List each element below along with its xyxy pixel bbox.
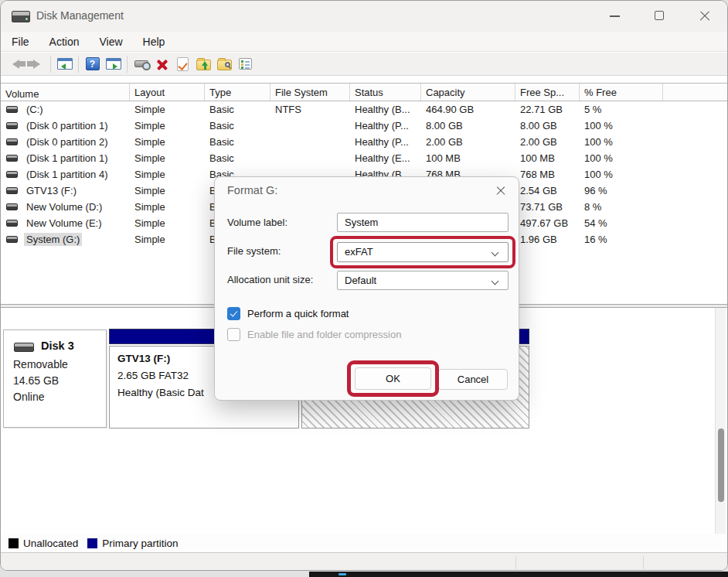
col-status[interactable]: Status [350, 84, 421, 101]
volume-icon [6, 155, 18, 162]
table-row[interactable]: (Disk 0 partition 1) Simple Basic Health… [1, 118, 728, 134]
volume-icon [6, 220, 18, 227]
menu-help[interactable]: Help [143, 36, 165, 48]
allocation-label: Allocation unit size: [227, 274, 313, 285]
screen: Disk Management File Action View Help ? [0, 0, 728, 577]
menu-file[interactable]: File [12, 36, 29, 48]
forward-icon[interactable] [26, 54, 47, 74]
compression-label: Enable file and folder compression [247, 329, 401, 340]
legend: Unallocated Primary partition [1, 534, 728, 552]
show-action-pane-icon[interactable] [103, 54, 124, 74]
show-console-tree-icon[interactable] [54, 54, 75, 74]
disk-kind: Removable [13, 358, 68, 370]
partition-size: 2.65 GB FAT32 [117, 370, 189, 381]
table-row[interactable]: (Disk 0 partition 2) Simple Basic Health… [1, 134, 728, 150]
partition-status: Healthy (Basic Dat [117, 387, 204, 398]
dialog-close-button[interactable] [491, 182, 511, 200]
volume-icon [6, 138, 18, 145]
taskbar-icon [338, 573, 346, 575]
disk-name: Disk 3 [41, 340, 74, 352]
file-system-label: File system: [227, 245, 281, 257]
status-bar [1, 552, 728, 571]
statusbar-divider [515, 556, 516, 569]
partition-title: GTV13 (F:) [117, 353, 170, 364]
properties-icon[interactable] [235, 54, 256, 74]
dialog-title: Format G: [227, 184, 277, 196]
menu-view[interactable]: View [99, 36, 122, 48]
volume-icon [6, 236, 18, 243]
disk-size: 14.65 GB [13, 374, 59, 387]
col-capacity[interactable]: Capacity [421, 84, 515, 101]
volume-label-input[interactable]: System [337, 213, 509, 232]
folder-up-icon[interactable] [193, 54, 214, 74]
table-header: Volume Layout Type File System Status Ca… [1, 83, 728, 101]
title-bar: Disk Management [1, 1, 727, 32]
disk-app-icon [12, 11, 30, 22]
toolbar-separator [50, 56, 51, 73]
col-type[interactable]: Type [205, 84, 270, 101]
maximize-button[interactable] [638, 1, 682, 32]
rescan-disks-icon[interactable] [131, 54, 151, 74]
col-pct-free[interactable]: % Free [580, 84, 663, 101]
table-row[interactable]: (Disk 1 partition 1) Simple Basic Health… [1, 150, 728, 166]
cancel-button[interactable]: Cancel [438, 369, 508, 390]
compression-checkbox[interactable] [227, 328, 240, 341]
disk-icon [14, 343, 34, 352]
volume-icon [6, 187, 18, 194]
toolbar: ? [1, 53, 727, 76]
unallocated-swatch [9, 538, 19, 548]
scrollbar-thumb[interactable] [718, 428, 724, 502]
primary-partition-swatch [87, 538, 97, 548]
col-volume[interactable]: Volume [1, 84, 130, 101]
disk-3-panel[interactable]: Disk 3 Removable 14.65 GB Online [3, 329, 107, 428]
primary-partition-label: Primary partition [102, 538, 178, 549]
volume-icon [6, 171, 18, 178]
compression-row: Enable file and folder compression [227, 328, 401, 341]
close-button[interactable] [682, 1, 727, 32]
help-icon[interactable]: ? [82, 54, 103, 74]
minimize-button[interactable] [593, 1, 638, 32]
back-icon[interactable] [5, 54, 26, 74]
task-check-icon[interactable] [172, 54, 193, 74]
col-layout[interactable]: Layout [130, 84, 205, 101]
col-free-space[interactable]: Free Sp... [515, 84, 580, 101]
quick-format-checkbox[interactable] [227, 307, 240, 320]
col-file-system[interactable]: File System [270, 84, 350, 101]
folder-search-icon[interactable] [214, 54, 235, 74]
unallocated-label: Unallocated [23, 538, 78, 549]
statusbar-divider [643, 556, 644, 569]
quick-format-row: Perform a quick format [227, 307, 349, 320]
menu-bar: File Action View Help [1, 32, 727, 52]
minimize-icon [610, 15, 620, 17]
volume-icon [6, 106, 18, 113]
file-system-select[interactable]: exFAT [337, 242, 509, 262]
window-title: Disk Management [36, 9, 124, 22]
volume-icon [6, 122, 18, 129]
col-empty [663, 84, 728, 101]
volume-label-label: Volume label: [227, 217, 287, 228]
allocation-select[interactable]: Default [337, 271, 509, 290]
quick-format-label: Perform a quick format [247, 308, 349, 319]
toolbar-separator [78, 56, 79, 73]
toolbar-separator [127, 56, 128, 73]
format-dialog: Format G: Volume label: System File syst… [214, 176, 519, 401]
maximize-icon [655, 11, 664, 20]
ok-button[interactable]: OK [355, 367, 431, 390]
menu-action[interactable]: Action [49, 36, 80, 48]
disk-status: Online [13, 391, 44, 403]
delete-icon[interactable] [151, 54, 172, 74]
taskbar-edge [309, 572, 728, 577]
vertical-scrollbar[interactable] [715, 308, 726, 534]
volume-icon [6, 203, 18, 210]
table-row[interactable]: (C:) Simple Basic NTFS Healthy (B... 464… [1, 101, 728, 118]
